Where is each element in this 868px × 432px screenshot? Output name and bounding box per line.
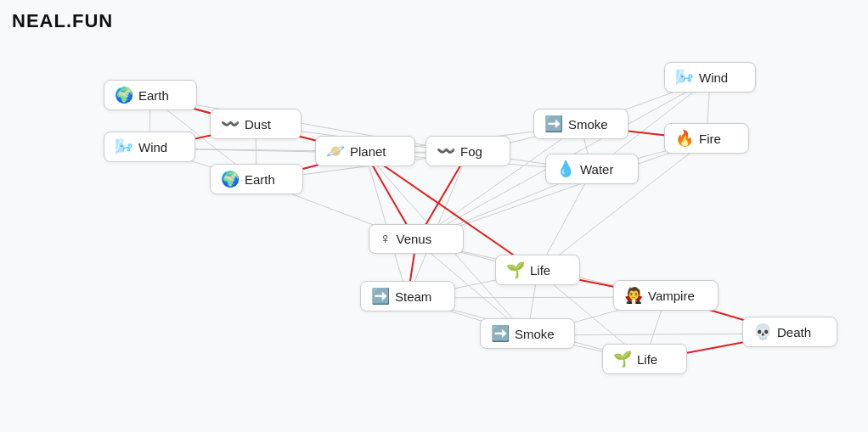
node-emoji-fire: 🔥 <box>675 129 694 148</box>
node-label-vampire: Vampire <box>648 289 695 303</box>
node-wind2[interactable]: 🌬️Wind <box>664 62 756 93</box>
node-life2[interactable]: 🌱Life <box>602 344 687 374</box>
node-label-wind2: Wind <box>699 70 728 85</box>
node-emoji-death: 💀 <box>753 323 772 341</box>
node-label-earth1: Earth <box>138 88 169 103</box>
node-label-life1: Life <box>530 263 550 278</box>
node-emoji-dust: 〰️ <box>221 115 240 133</box>
node-emoji-life1: 🌱 <box>506 261 525 279</box>
node-emoji-planet: 🪐 <box>326 142 345 160</box>
node-emoji-steam: ➡️ <box>371 287 390 306</box>
svg-line-55 <box>365 153 538 272</box>
node-label-steam: Steam <box>395 289 431 304</box>
node-death[interactable]: 💀Death <box>742 317 837 347</box>
node-smoke1[interactable]: ➡️Smoke <box>533 109 628 139</box>
node-emoji-wind2: 🌬️ <box>675 68 694 87</box>
node-emoji-smoke2: ➡️ <box>491 324 510 343</box>
node-label-dust: Dust <box>245 117 271 132</box>
node-label-earth2: Earth <box>245 172 275 187</box>
node-label-smoke1: Smoke <box>568 117 608 132</box>
node-label-death: Death <box>777 325 811 339</box>
svg-line-3 <box>150 97 468 153</box>
node-emoji-life2: 🌱 <box>613 350 632 368</box>
node-earth2[interactable]: 🌍Earth <box>210 164 303 194</box>
node-fog[interactable]: 〰️Fog <box>426 136 510 166</box>
node-emoji-venus: ♀ <box>380 230 392 248</box>
node-steam[interactable]: ➡️Steam <box>360 281 455 311</box>
node-fire[interactable]: 🔥Fire <box>664 123 749 154</box>
node-emoji-fog: 〰️ <box>437 142 455 160</box>
node-label-water: Water <box>580 162 613 177</box>
node-emoji-wind1: 🌬️ <box>115 137 133 156</box>
node-emoji-vampire: 🧛 <box>624 286 643 305</box>
logo: NEAL.FUN <box>12 10 113 32</box>
node-smoke2[interactable]: ➡️Smoke <box>480 318 575 349</box>
node-label-fire: Fire <box>699 132 721 146</box>
node-venus[interactable]: ♀Venus <box>369 224 464 254</box>
node-water[interactable]: 💧Water <box>545 154 639 184</box>
node-label-venus: Venus <box>397 232 432 246</box>
node-emoji-earth2: 🌍 <box>221 170 240 188</box>
node-emoji-earth1: 🌍 <box>115 86 133 104</box>
node-wind1[interactable]: 🌬️Wind <box>104 132 195 162</box>
svg-line-6 <box>149 149 468 153</box>
node-life1[interactable]: 🌱Life <box>495 255 580 285</box>
node-label-wind1: Wind <box>138 140 167 154</box>
node-label-life2: Life <box>637 352 657 367</box>
node-earth1[interactable]: 🌍Earth <box>104 80 197 110</box>
node-planet[interactable]: 🪐Planet <box>315 136 415 166</box>
node-dust[interactable]: 〰️Dust <box>210 109 302 139</box>
node-emoji-water: 💧 <box>556 160 575 178</box>
node-emoji-smoke1: ➡️ <box>544 115 563 133</box>
node-label-planet: Planet <box>350 144 386 159</box>
node-vampire[interactable]: 🧛Vampire <box>613 280 719 311</box>
node-label-smoke2: Smoke <box>515 327 555 341</box>
node-label-fog: Fog <box>460 144 482 159</box>
